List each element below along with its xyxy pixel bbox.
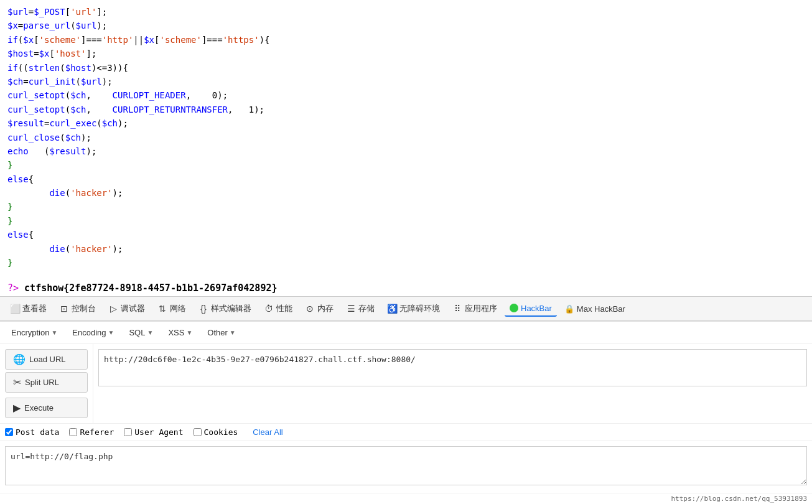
post-data-textarea[interactable] — [5, 446, 807, 485]
inspector-label: 查看器 — [22, 303, 47, 314]
other-menu[interactable]: Other ▼ — [202, 325, 240, 340]
application-icon: ⠿ — [452, 304, 462, 314]
encoding-label: Encoding — [72, 328, 106, 337]
hackbar-checkboxes: Post data Referer User Agent Cookies Cle… — [0, 423, 812, 441]
xss-arrow: ▼ — [186, 329, 192, 336]
encryption-label: Encryption — [11, 328, 49, 337]
accessibility-icon: ♿ — [387, 304, 397, 314]
code-line: $result=curl_exec($ch); — [7, 116, 805, 130]
console-label: 控制台 — [72, 303, 96, 314]
code-line: $x=parse_url($url); — [7, 19, 805, 32]
encryption-menu[interactable]: Encryption ▼ — [6, 325, 62, 340]
xss-menu[interactable]: XSS ▼ — [163, 325, 197, 340]
post-data-checkbox[interactable] — [5, 428, 13, 436]
inspector-icon: ⬜ — [10, 304, 20, 314]
max-hackbar-label: Max HackBar — [577, 304, 625, 314]
console-icon: ⊡ — [59, 304, 69, 314]
hackbar-panel: Encryption ▼ Encoding ▼ SQL ▼ XSS ▼ Othe… — [0, 321, 812, 504]
debugger-icon: ▷ — [108, 304, 118, 314]
hackbar-icon — [510, 304, 518, 312]
split-url-icon: ✂ — [13, 376, 21, 388]
network-label: 网络 — [170, 303, 186, 314]
clear-all-label: Clear All — [253, 427, 282, 437]
post-data-label: Post data — [16, 427, 59, 437]
performance-label: 性能 — [276, 303, 292, 314]
referer-label: Referer — [80, 427, 114, 437]
encryption-arrow: ▼ — [51, 329, 57, 336]
code-line: echo ($result); — [7, 144, 805, 158]
user-agent-checkbox[interactable] — [124, 428, 132, 436]
devtools-application-btn[interactable]: ⠿ 应用程序 — [447, 301, 502, 317]
devtools-memory-btn[interactable]: ⊙ 内存 — [300, 301, 338, 317]
result-line: ?> ctfshow{2fe87724-8918-4457-b1b1-2697a… — [0, 280, 812, 296]
encoding-arrow: ▼ — [108, 329, 114, 336]
result-hash: ctfshow{2fe87724-8918-4457-b1b1-2697af04… — [24, 282, 277, 294]
devtools-bar: ⬜ 查看器 ⊡ 控制台 ▷ 调试器 ⇅ 网络 {} 样式编辑器 ⏱ 性能 ⊙ 内… — [0, 296, 812, 321]
code-line: $host=$x['host']; — [7, 47, 805, 60]
devtools-max-hackbar-btn[interactable]: 🔒 Max HackBar — [559, 302, 630, 316]
code-line: if((strlen($host)<=3)){ — [7, 61, 805, 75]
style-editor-label: 样式编辑器 — [211, 303, 251, 314]
split-url-button[interactable]: ✂ Split URL — [5, 372, 88, 393]
load-url-icon: 🌐 — [13, 353, 26, 365]
devtools-performance-btn[interactable]: ⏱ 性能 — [259, 301, 297, 317]
memory-icon: ⊙ — [305, 304, 315, 314]
execute-button[interactable]: ▶ Execute — [5, 398, 88, 418]
clear-all-button[interactable]: Clear All — [253, 427, 282, 437]
cookies-checkbox-label[interactable]: Cookies — [194, 427, 238, 437]
code-line: if($x['scheme']==='http'||$x['scheme']==… — [7, 33, 805, 47]
user-agent-checkbox-label[interactable]: User Agent — [124, 427, 183, 437]
code-line: } — [7, 200, 805, 213]
load-url-label: Load URL — [29, 355, 66, 364]
other-label: Other — [207, 328, 228, 337]
devtools-hackbar-btn[interactable]: HackBar — [505, 301, 557, 317]
devtools-network-btn[interactable]: ⇅ 网络 — [152, 301, 191, 317]
hackbar-left-panel: 🌐 Load URL ✂ Split URL ▶ Execute — [0, 344, 93, 423]
post-data-area — [0, 441, 812, 493]
hackbar-toolbar: Encryption ▼ Encoding ▼ SQL ▼ XSS ▼ Othe… — [0, 322, 812, 344]
code-line: die('hacker'); — [7, 242, 805, 256]
url-input[interactable] — [98, 349, 807, 386]
performance-icon: ⏱ — [264, 304, 274, 314]
user-agent-label: User Agent — [134, 427, 183, 437]
application-label: 应用程序 — [465, 303, 497, 314]
network-icon: ⇅ — [157, 304, 167, 314]
hackbar-main: 🌐 Load URL ✂ Split URL ▶ Execute — [0, 344, 812, 423]
cookies-label: Cookies — [204, 427, 238, 437]
code-line: } — [7, 256, 805, 269]
code-line: $ch=curl_init($url); — [7, 75, 805, 88]
devtools-accessibility-btn[interactable]: ♿ 无障碍环境 — [382, 301, 445, 317]
code-line: $url=$_POST['url']; — [7, 5, 805, 19]
status-bar: https://blog.csdn.net/qq_53931893 — [0, 493, 812, 504]
lock-icon: 🔒 — [564, 304, 574, 314]
memory-label: 内存 — [317, 303, 334, 314]
hackbar-right-panel — [93, 344, 812, 423]
devtools-style-editor-btn[interactable]: {} 样式编辑器 — [194, 301, 256, 317]
cookies-checkbox[interactable] — [194, 428, 202, 436]
code-line: curl_setopt($ch, CURLOPT_HEADER, 0); — [7, 88, 805, 102]
encoding-menu[interactable]: Encoding ▼ — [67, 325, 119, 340]
execute-icon: ▶ — [13, 402, 21, 414]
code-line: } — [7, 214, 805, 228]
devtools-inspector-btn[interactable]: ⬜ 查看器 — [5, 301, 52, 317]
referer-checkbox-label[interactable]: Referer — [69, 427, 114, 437]
devtools-storage-btn[interactable]: ☰ 存储 — [341, 301, 380, 317]
execute-label: Execute — [24, 403, 54, 413]
code-line: } — [7, 158, 805, 172]
xss-label: XSS — [168, 328, 184, 337]
devtools-debugger-btn[interactable]: ▷ 调试器 — [103, 301, 150, 317]
debugger-label: 调试器 — [121, 303, 145, 314]
referer-checkbox[interactable] — [69, 428, 77, 436]
code-line: curl_setopt($ch, CURLOPT_RETURNTRANSFER,… — [7, 103, 805, 116]
storage-label: 存储 — [358, 303, 375, 314]
code-line: curl_close($ch); — [7, 131, 805, 144]
storage-icon: ☰ — [346, 304, 356, 314]
split-url-label: Split URL — [25, 378, 59, 387]
sql-menu[interactable]: SQL ▼ — [124, 325, 158, 340]
php-close-tag: ?> — [7, 282, 19, 294]
style-editor-icon: {} — [198, 304, 208, 314]
post-data-checkbox-label[interactable]: Post data — [5, 427, 59, 437]
accessibility-label: 无障碍环境 — [399, 303, 440, 314]
load-url-button[interactable]: 🌐 Load URL — [5, 349, 88, 370]
devtools-console-btn[interactable]: ⊡ 控制台 — [54, 301, 101, 317]
